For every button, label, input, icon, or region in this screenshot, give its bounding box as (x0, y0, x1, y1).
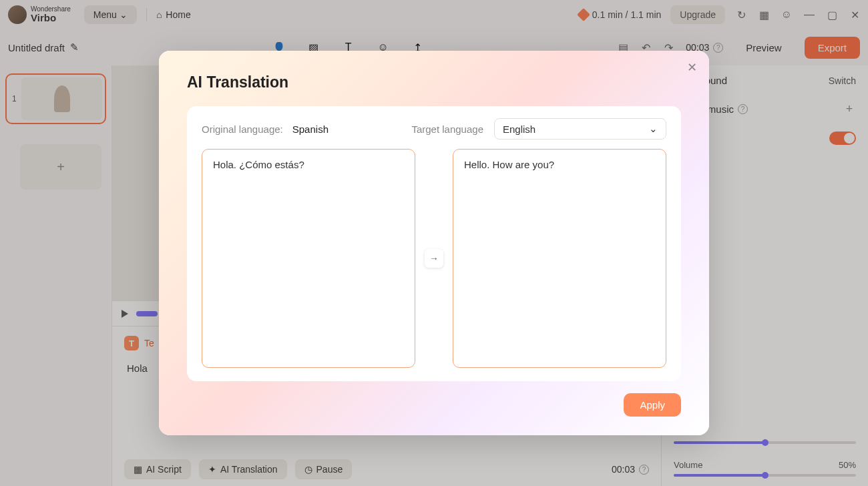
original-language-value: Spanish (292, 124, 329, 135)
target-text-area[interactable]: Hello. How are you? (453, 149, 666, 368)
translate-arrow-button[interactable]: → (425, 249, 443, 268)
modal-title: AI Translation (187, 73, 681, 91)
chevron-down-icon: ⌄ (649, 123, 658, 135)
close-icon[interactable]: ✕ (687, 60, 697, 75)
target-language-label: Target language (411, 124, 483, 135)
target-language-value: English (503, 124, 535, 135)
apply-button[interactable]: Apply (624, 393, 681, 417)
original-language-label: Original language: (202, 124, 283, 135)
target-language-select[interactable]: English ⌄ (494, 118, 666, 140)
source-text-area[interactable]: Hola. ¿Cómo estás? (202, 149, 415, 368)
ai-translation-modal: ✕ AI Translation Original language: Span… (159, 51, 709, 435)
